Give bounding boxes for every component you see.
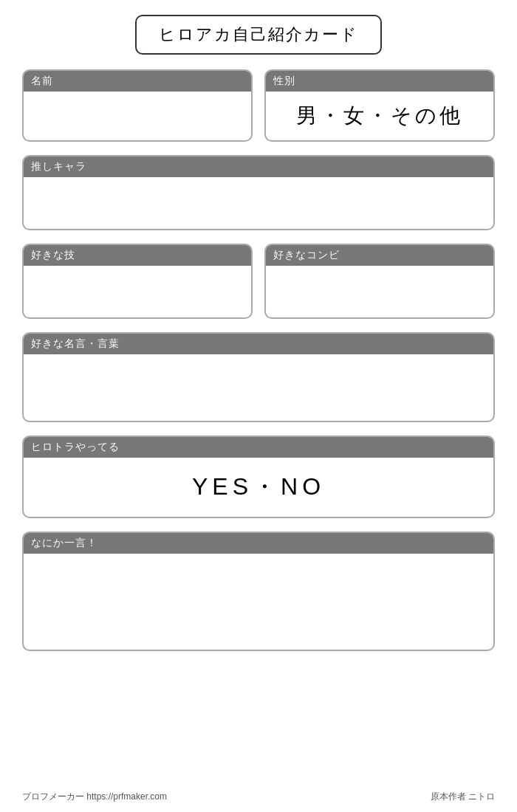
oshi-label: 推しキャラ [24,156,493,177]
footer-left: プロフメーカー https://prfmaker.com [22,791,167,803]
name-section: 名前 [22,69,253,142]
name-gender-row: 名前 性別 男・女・その他 [22,69,495,142]
combi-label: 好きなコンビ [266,245,493,266]
name-body [24,92,251,136]
waza-label: 好きな技 [24,245,251,266]
combi-section: 好きなコンビ [264,244,495,319]
hirotora-section: ヒロトラやってる YES・NO [22,436,495,518]
gender-label: 性別 [266,71,493,92]
page-title: ヒロアカ自己紹介カード [135,15,382,55]
gender-value: 男・女・その他 [266,92,493,140]
yes-no-value: YES・NO [192,471,325,503]
combi-body [266,266,493,317]
gender-section: 性別 男・女・その他 [264,69,495,142]
nanika-section: なにか一言！ [22,531,495,651]
hirotora-body: YES・NO [24,458,493,517]
waza-section: 好きな技 [22,244,253,319]
waza-body [24,266,251,317]
meigen-body [24,354,493,421]
name-label: 名前 [24,71,251,92]
footer: プロフメーカー https://prfmaker.com 原本作者 ニトロ [22,791,495,803]
waza-combi-row: 好きな技 好きなコンビ [22,244,495,319]
oshi-body [24,177,493,229]
oshi-section: 推しキャラ [22,155,495,230]
footer-right: 原本作者 ニトロ [431,791,495,803]
meigen-label: 好きな名言・言葉 [24,334,493,354]
nanika-label: なにか一言！ [24,533,493,554]
nanika-body [24,554,493,650]
title-container: ヒロアカ自己紹介カード [22,15,495,55]
meigen-section: 好きな名言・言葉 [22,332,495,422]
hirotora-label: ヒロトラやってる [24,437,493,458]
